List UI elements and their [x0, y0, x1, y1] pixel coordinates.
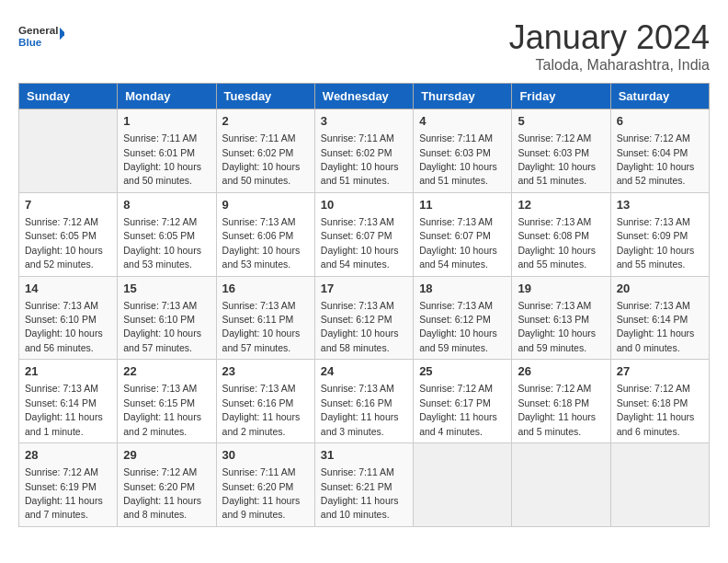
calendar-day-cell: 17Sunrise: 7:13 AM Sunset: 6:12 PM Dayli…: [314, 276, 413, 360]
svg-marker-2: [60, 28, 64, 40]
day-detail: Sunrise: 7:13 AM Sunset: 6:13 PM Dayligh…: [518, 300, 596, 353]
svg-text:Blue: Blue: [18, 36, 42, 48]
day-detail: Sunrise: 7:11 AM Sunset: 6:03 PM Dayligh…: [419, 132, 497, 186]
day-detail: Sunrise: 7:12 AM Sunset: 6:05 PM Dayligh…: [123, 216, 201, 270]
calendar-week-row: 21Sunrise: 7:13 AM Sunset: 6:14 PM Dayli…: [19, 360, 710, 443]
day-number: 29: [123, 447, 210, 464]
calendar-day-cell: 15Sunrise: 7:13 AM Sunset: 6:10 PM Dayli…: [118, 276, 216, 360]
calendar-day-cell: 8Sunrise: 7:12 AM Sunset: 6:05 PM Daylig…: [118, 192, 216, 276]
calendar-day-cell: 22Sunrise: 7:13 AM Sunset: 6:15 PM Dayli…: [118, 360, 216, 443]
page-header: General Blue January 2024 Taloda, Mahara…: [18, 18, 710, 74]
calendar-day-cell: 28Sunrise: 7:12 AM Sunset: 6:19 PM Dayli…: [19, 443, 118, 527]
calendar-day-cell: 19Sunrise: 7:13 AM Sunset: 6:13 PM Dayli…: [512, 276, 610, 360]
day-number: 10: [321, 197, 407, 213]
calendar-day-cell: 21Sunrise: 7:13 AM Sunset: 6:14 PM Dayli…: [19, 360, 118, 443]
day-number: 7: [25, 197, 111, 213]
day-detail: Sunrise: 7:13 AM Sunset: 6:06 PM Dayligh…: [222, 216, 301, 270]
calendar-day-cell: 9Sunrise: 7:13 AM Sunset: 6:06 PM Daylig…: [216, 192, 314, 276]
calendar-day-cell: 12Sunrise: 7:13 AM Sunset: 6:08 PM Dayli…: [512, 192, 610, 276]
calendar-day-cell: 20Sunrise: 7:13 AM Sunset: 6:14 PM Dayli…: [610, 276, 709, 360]
day-number: 6: [617, 113, 703, 130]
calendar-day-header: Sunday: [19, 84, 118, 109]
day-number: 11: [419, 197, 506, 213]
day-number: 12: [518, 197, 604, 213]
day-detail: Sunrise: 7:12 AM Sunset: 6:03 PM Dayligh…: [518, 132, 596, 186]
calendar-day-header: Monday: [118, 84, 216, 109]
day-detail: Sunrise: 7:11 AM Sunset: 6:20 PM Dayligh…: [222, 466, 301, 520]
calendar-week-row: 28Sunrise: 7:12 AM Sunset: 6:19 PM Dayli…: [19, 443, 710, 527]
calendar-day-header: Tuesday: [216, 84, 314, 109]
calendar-empty-cell: [512, 443, 610, 527]
day-number: 16: [222, 281, 309, 297]
day-detail: Sunrise: 7:12 AM Sunset: 6:04 PM Dayligh…: [617, 132, 695, 186]
svg-text:General: General: [18, 24, 58, 36]
day-detail: Sunrise: 7:13 AM Sunset: 6:12 PM Dayligh…: [321, 300, 399, 353]
day-detail: Sunrise: 7:12 AM Sunset: 6:20 PM Dayligh…: [123, 466, 201, 520]
day-detail: Sunrise: 7:13 AM Sunset: 6:16 PM Dayligh…: [222, 383, 301, 436]
day-number: 20: [617, 281, 703, 297]
day-number: 18: [419, 281, 506, 297]
calendar-day-cell: 24Sunrise: 7:13 AM Sunset: 6:16 PM Dayli…: [314, 360, 413, 443]
calendar-day-cell: 6Sunrise: 7:12 AM Sunset: 6:04 PM Daylig…: [610, 109, 709, 193]
day-detail: Sunrise: 7:13 AM Sunset: 6:14 PM Dayligh…: [25, 383, 103, 436]
day-number: 22: [123, 363, 210, 380]
day-detail: Sunrise: 7:11 AM Sunset: 6:01 PM Dayligh…: [123, 132, 201, 186]
day-number: 15: [123, 281, 210, 297]
calendar-day-header: Friday: [512, 84, 610, 109]
day-number: 19: [518, 281, 604, 297]
calendar-day-cell: 2Sunrise: 7:11 AM Sunset: 6:02 PM Daylig…: [216, 109, 314, 193]
calendar-day-cell: 31Sunrise: 7:11 AM Sunset: 6:21 PM Dayli…: [314, 443, 413, 527]
calendar-day-cell: 14Sunrise: 7:13 AM Sunset: 6:10 PM Dayli…: [19, 276, 118, 360]
day-detail: Sunrise: 7:11 AM Sunset: 6:21 PM Dayligh…: [321, 466, 399, 520]
calendar-empty-cell: [19, 109, 118, 193]
calendar-day-cell: 26Sunrise: 7:12 AM Sunset: 6:18 PM Dayli…: [512, 360, 610, 443]
calendar-day-cell: 5Sunrise: 7:12 AM Sunset: 6:03 PM Daylig…: [512, 109, 610, 193]
logo-svg: General Blue: [18, 18, 64, 55]
day-detail: Sunrise: 7:13 AM Sunset: 6:15 PM Dayligh…: [123, 383, 201, 436]
calendar-day-cell: 13Sunrise: 7:13 AM Sunset: 6:09 PM Dayli…: [610, 192, 709, 276]
calendar-day-cell: 29Sunrise: 7:12 AM Sunset: 6:20 PM Dayli…: [118, 443, 216, 527]
calendar-day-cell: 25Sunrise: 7:12 AM Sunset: 6:17 PM Dayli…: [414, 360, 512, 443]
day-detail: Sunrise: 7:13 AM Sunset: 6:10 PM Dayligh…: [25, 300, 103, 353]
calendar-day-cell: 7Sunrise: 7:12 AM Sunset: 6:05 PM Daylig…: [19, 192, 118, 276]
day-number: 27: [617, 363, 703, 380]
day-number: 28: [25, 447, 111, 464]
day-number: 2: [222, 113, 309, 130]
day-detail: Sunrise: 7:12 AM Sunset: 6:17 PM Dayligh…: [419, 383, 497, 436]
day-number: 23: [222, 363, 309, 380]
calendar-day-cell: 4Sunrise: 7:11 AM Sunset: 6:03 PM Daylig…: [414, 109, 512, 193]
day-number: 17: [321, 281, 407, 297]
calendar-week-row: 14Sunrise: 7:13 AM Sunset: 6:10 PM Dayli…: [19, 276, 710, 360]
day-detail: Sunrise: 7:13 AM Sunset: 6:12 PM Dayligh…: [419, 300, 497, 353]
calendar-day-cell: 10Sunrise: 7:13 AM Sunset: 6:07 PM Dayli…: [314, 192, 413, 276]
location-title: Taloda, Maharashtra, India: [509, 57, 710, 74]
day-number: 25: [419, 363, 506, 380]
day-detail: Sunrise: 7:12 AM Sunset: 6:18 PM Dayligh…: [617, 383, 695, 436]
day-number: 1: [123, 113, 210, 130]
day-detail: Sunrise: 7:12 AM Sunset: 6:05 PM Dayligh…: [25, 216, 103, 270]
day-detail: Sunrise: 7:13 AM Sunset: 6:14 PM Dayligh…: [617, 300, 695, 353]
day-detail: Sunrise: 7:11 AM Sunset: 6:02 PM Dayligh…: [321, 132, 399, 186]
calendar-day-cell: 23Sunrise: 7:13 AM Sunset: 6:16 PM Dayli…: [216, 360, 314, 443]
day-detail: Sunrise: 7:13 AM Sunset: 6:07 PM Dayligh…: [321, 216, 399, 270]
title-area: January 2024 Taloda, Maharashtra, India: [509, 18, 710, 74]
day-detail: Sunrise: 7:12 AM Sunset: 6:18 PM Dayligh…: [518, 383, 596, 436]
calendar-table: SundayMondayTuesdayWednesdayThursdayFrid…: [18, 83, 710, 527]
day-number: 13: [617, 197, 703, 213]
day-detail: Sunrise: 7:13 AM Sunset: 6:16 PM Dayligh…: [321, 383, 399, 436]
day-detail: Sunrise: 7:13 AM Sunset: 6:11 PM Dayligh…: [222, 300, 301, 353]
day-number: 24: [321, 363, 407, 380]
day-detail: Sunrise: 7:13 AM Sunset: 6:08 PM Dayligh…: [518, 216, 596, 270]
calendar-day-header: Wednesday: [314, 84, 413, 109]
logo: General Blue: [18, 18, 64, 55]
calendar-day-cell: 16Sunrise: 7:13 AM Sunset: 6:11 PM Dayli…: [216, 276, 314, 360]
day-number: 30: [222, 447, 309, 464]
day-detail: Sunrise: 7:11 AM Sunset: 6:02 PM Dayligh…: [222, 132, 301, 186]
day-detail: Sunrise: 7:12 AM Sunset: 6:19 PM Dayligh…: [25, 466, 103, 520]
calendar-day-cell: 3Sunrise: 7:11 AM Sunset: 6:02 PM Daylig…: [314, 109, 413, 193]
day-detail: Sunrise: 7:13 AM Sunset: 6:10 PM Dayligh…: [123, 300, 201, 353]
calendar-day-cell: 30Sunrise: 7:11 AM Sunset: 6:20 PM Dayli…: [216, 443, 314, 527]
calendar-day-header: Thursday: [414, 84, 512, 109]
calendar-day-cell: 27Sunrise: 7:12 AM Sunset: 6:18 PM Dayli…: [610, 360, 709, 443]
day-number: 4: [419, 113, 506, 130]
